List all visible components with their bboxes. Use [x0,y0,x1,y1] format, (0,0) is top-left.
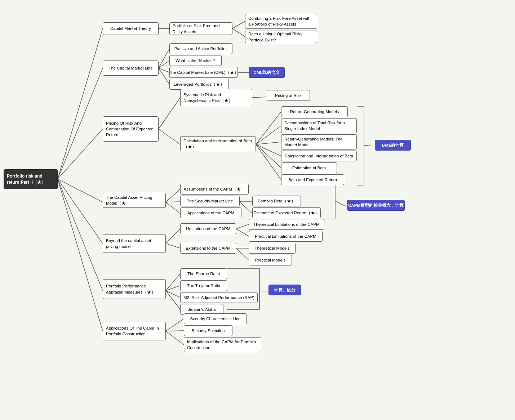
pricing-risk-node: Pricing Of Risk And Computation Of Expec… [103,116,159,142]
capital-market-theory-node: Capital Market Theory [103,22,159,35]
limitations-capm-node: Limitations of the CAPM [180,223,236,234]
svg-line-53 [166,331,184,345]
svg-line-22 [256,144,281,168]
beyond-capm-node: Beyond the capital asset pricing model [103,234,166,253]
svg-line-3 [58,179,103,202]
treynor-ratio-node: The Treynor Ratio [180,280,227,291]
svg-line-30 [166,202,180,214]
unique-optimal-node: Does a Unique Optimal Risky Portfolio Ex… [245,31,317,43]
calc-distinction-accent: 计算、区分 [268,285,301,295]
svg-line-36 [335,201,346,206]
systematic-risk-node: Systematic Risk and Nonsystematic Risk（★… [180,89,252,106]
theoretical-limitations-node: Theoretical Limitations of the CAPM [249,219,324,230]
capital-market-line-node: The Capital Market Line [103,61,159,76]
passive-active-node: Passive and Active Portfolios [169,43,232,54]
svg-line-40 [236,229,249,236]
svg-line-16 [159,129,180,144]
assumptions-capm-node: Assumptions of the CAPM（★） [180,184,249,195]
svg-line-13 [159,68,169,84]
svg-line-12 [159,68,169,72]
svg-line-38 [166,243,180,248]
estimate-expected-return-node: Estimate of Expected Return（★） [252,207,321,218]
applications-capm-sub-node: Applications of the CAPM [180,207,241,218]
svg-line-17 [252,97,267,98]
combining-risk-free-node: Combining a Risk-Free Asset with a Portf… [245,14,317,29]
svg-line-2 [58,129,103,179]
pricing-of-risk-node: Pricing of Risk [267,90,310,101]
return-generating-market-model-node: Return-Generating Models: The Market Mod… [281,134,357,149]
calc-interp-beta-node: Calculation and Interpretation of Beta [281,151,357,161]
portfolio-risk-free-node: Portfolio of Risk-Free and Risky Assets [169,22,232,35]
root-node: Portfolio risk and return:Part II（★） [4,169,58,189]
svg-line-9 [232,28,245,37]
beta-calc-node: Calculation and Interpretation of Beta（★… [180,136,256,151]
svg-line-10 [159,49,169,68]
beta-expected-return-node: Beta and Expected Return [281,174,344,185]
svg-line-29 [166,202,180,202]
m2-rap-node: M2: Risk-Adjusted Performance (RAP) [180,292,258,303]
svg-line-37 [166,229,180,243]
svg-line-0 [58,28,103,179]
return-generating-models-node: Return-Generating Models [281,106,348,117]
sharpe-ratio-node: The Sharpe Ratio [180,268,227,279]
svg-line-45 [166,291,180,298]
svg-line-42 [236,248,249,260]
svg-line-4 [58,179,103,243]
svg-line-6 [58,179,103,331]
portfolio-performance-node: Portfolio Performance Appraisal Measures… [103,279,166,299]
mindmap-container: Portfolio risk and return:Part II（★） Cap… [0,0,515,420]
capm-node: The Capital Asset Pricing Model（★） [103,193,166,208]
svg-line-1 [58,68,103,179]
svg-line-8 [232,21,245,28]
svg-line-27 [364,146,371,146]
what-is-market-node: What Is the "Market"? [169,55,222,66]
svg-line-46 [166,291,180,309]
svg-line-21 [256,144,281,156]
cml-node: The Capital Market Line (CML)（★） [169,67,238,78]
svg-line-52 [166,331,184,331]
svg-line-43 [166,274,180,291]
svg-line-28 [166,189,180,202]
applications-capm-node: Applications Of The Capm In Portfolio Co… [103,322,166,340]
practical-limitations-node: Practical Limitations of the CAPM [249,231,323,242]
security-market-line-node: The Security Market Line [180,196,240,206]
portfolio-beta-node: Portfolio Beta（★） [252,196,301,206]
svg-line-11 [159,61,169,68]
capm-accent: CAPM模型的相关概念，计算 [347,200,405,211]
svg-line-20 [256,142,281,144]
security-characteristic-line-node: Security Characteristic Line [184,313,247,324]
estimation-beta-node: Estimation of Beta [281,162,337,173]
theoretical-models-node: Theoretical Models [249,243,296,254]
beta-calc-accent: Beta的计算 [375,140,411,151]
svg-line-44 [166,286,180,291]
svg-line-5 [58,179,103,291]
implications-capm-node: Implications of the CAPM for Portfolio C… [184,337,261,352]
svg-line-19 [256,126,281,144]
practical-models-node: Practical Models [249,255,292,265]
svg-line-51 [166,319,184,331]
svg-line-15 [159,98,180,129]
svg-line-18 [256,112,281,144]
security-selection-node: Security Selection [184,325,232,336]
svg-line-23 [256,144,281,180]
svg-line-39 [236,224,249,229]
decomposition-total-risk-node: Decomposition of Total Risk for a Single… [281,118,357,133]
extensions-capm-node: Extensions to the CAPM [180,243,236,254]
cml-meaning-accent: CML线的含义 [249,67,285,78]
leveraged-portfolios-node: Leveraged Portfolios（★） [169,79,229,90]
svg-line-32 [240,202,252,214]
